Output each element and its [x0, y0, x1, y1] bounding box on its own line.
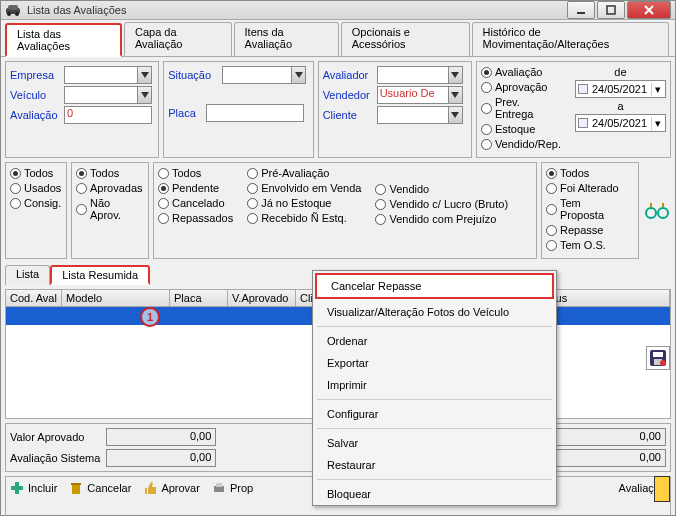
radio-avaliacao[interactable]: Avaliação — [481, 66, 561, 78]
subtab-lista-resumida[interactable]: Lista Resumida — [50, 265, 150, 285]
radio-pendente[interactable]: Pendente — [158, 182, 233, 194]
ctx-salvar[interactable]: Salvar — [313, 432, 556, 454]
minimize-button[interactable] — [567, 1, 595, 19]
window-title: Lista das Avaliações — [27, 4, 567, 16]
col-modelo[interactable]: Modelo — [62, 290, 170, 306]
radio-tem-os[interactable]: Tem O.S. — [546, 239, 626, 251]
svg-point-14 — [646, 208, 656, 218]
radio-estoque[interactable]: Estoque — [481, 123, 561, 135]
radio-envolvido-venda[interactable]: Envolvido em Venda — [247, 182, 361, 194]
ctx-exportar[interactable]: Exportar — [313, 352, 556, 374]
btn-prop[interactable]: Prop — [212, 481, 253, 495]
panel-filtro-pessoas: Avaliador Vendedor Usuario De Cliente — [318, 61, 472, 158]
svg-point-1 — [7, 12, 11, 16]
svg-point-15 — [658, 208, 668, 218]
radio-prev-entrega[interactable]: Prev. Entrega — [481, 96, 561, 120]
combo-empresa[interactable] — [64, 66, 152, 84]
radio-tem-proposta[interactable]: Tem Proposta — [546, 197, 626, 221]
svg-rect-3 — [8, 5, 18, 10]
binoculars-icon[interactable] — [645, 203, 669, 219]
radio-foi-alterado[interactable]: Foi Alterado — [546, 182, 626, 194]
radio-aprovadas[interactable]: Aprovadas — [76, 182, 136, 194]
main-tabs: Lista das Avaliações Capa da Avaliação I… — [1, 20, 675, 57]
svg-rect-20 — [72, 485, 80, 494]
svg-rect-21 — [71, 483, 81, 485]
trash-icon — [69, 481, 83, 495]
radio-todos-4[interactable]: Todos — [546, 167, 626, 179]
radio-pre-avaliacao[interactable]: Pré-Avaliação — [247, 167, 361, 179]
radio-todos-1[interactable]: Todos — [10, 167, 54, 179]
svg-marker-13 — [451, 112, 459, 118]
svg-rect-5 — [607, 6, 615, 14]
radio-todos-2[interactable]: Todos — [76, 167, 136, 179]
save-icon[interactable] — [646, 346, 670, 370]
combo-veiculo[interactable] — [64, 86, 152, 104]
radio-vendido-lucro[interactable]: Vendido c/ Lucro (Bruto) — [375, 198, 508, 210]
tab-capa-avaliacao[interactable]: Capa da Avaliação — [124, 22, 232, 56]
radio-cancelado[interactable]: Cancelado — [158, 197, 233, 209]
panel-grupo-status: Todos Pendente Cancelado Repassados Pré-… — [153, 162, 537, 259]
lbl-avaliador: Avaliador — [323, 69, 375, 81]
input-avaliacao[interactable]: 0 — [64, 106, 152, 124]
radio-usados[interactable]: Usados — [10, 182, 54, 194]
date-to[interactable]: 24/05/2021▾ — [575, 114, 666, 132]
combo-avaliador[interactable] — [377, 66, 463, 84]
btn-aprovar[interactable]: Aprovar — [143, 481, 200, 495]
tab-opcionais[interactable]: Opcionais e Acessórios — [341, 22, 470, 56]
subtab-lista[interactable]: Lista — [5, 265, 50, 285]
ctx-sep — [317, 326, 552, 327]
radio-nao-aprov[interactable]: Não Aprov. — [76, 197, 136, 221]
radio-aprovacao[interactable]: Aprovação — [481, 81, 561, 93]
input-placa[interactable] — [206, 104, 304, 122]
ctx-imprimir[interactable]: Imprimir — [313, 374, 556, 396]
svg-rect-23 — [216, 483, 222, 487]
date-from[interactable]: 24/05/2021▾ — [575, 80, 666, 98]
radio-vendido-rep[interactable]: Vendido/Rep. — [481, 138, 561, 150]
combo-situacao[interactable] — [222, 66, 306, 84]
maximize-button[interactable] — [597, 1, 625, 19]
thumb-up-icon — [143, 481, 157, 495]
radio-recebido-n-estq[interactable]: Recebido Ñ Estq. — [247, 212, 361, 224]
tab-lista-avaliacoes[interactable]: Lista das Avaliações — [5, 23, 122, 57]
lbl-avaliacao: Avaliação — [10, 109, 62, 121]
radio-repasse[interactable]: Repasse — [546, 224, 626, 236]
svg-point-2 — [15, 12, 19, 16]
lbl-situacao: Situação — [168, 69, 220, 81]
lbl-vendedor: Vendedor — [323, 89, 375, 101]
app-icon — [5, 2, 21, 18]
panel-grupo-aprov: Todos Aprovadas Não Aprov. — [71, 162, 149, 259]
panel-grupo-tipo: Todos Usados Consig. — [5, 162, 67, 259]
svg-marker-12 — [451, 92, 459, 98]
radio-repassados[interactable]: Repassados — [158, 212, 233, 224]
btn-incluir[interactable]: Incluir — [10, 481, 57, 495]
radio-todos-3[interactable]: Todos — [158, 167, 233, 179]
svg-rect-30 — [653, 352, 663, 357]
titlebar: Lista das Avaliações — [1, 1, 675, 20]
lbl-veiculo: Veículo — [10, 89, 62, 101]
combo-cliente[interactable] — [377, 106, 463, 124]
exit-icon[interactable] — [654, 476, 670, 502]
radio-vendido-prejuizo[interactable]: Vendido com Prejuízo — [375, 213, 508, 225]
ctx-sep — [317, 428, 552, 429]
ctx-sep — [317, 399, 552, 400]
col-vaprovado[interactable]: V.Aprovado — [228, 290, 296, 306]
ctx-visualizar-fotos[interactable]: Visualizar/Alteração Fotos do Veículo — [313, 301, 556, 323]
col-cod-aval[interactable]: Cod. Aval — [6, 290, 62, 306]
ctx-ordenar[interactable]: Ordenar — [313, 330, 556, 352]
combo-vendedor[interactable]: Usuario De — [377, 86, 463, 104]
btn-cancelar[interactable]: Cancelar — [69, 481, 131, 495]
svg-rect-19 — [11, 486, 23, 490]
ctx-bloquear[interactable]: Bloquear — [313, 483, 556, 505]
radio-ja-estoque[interactable]: Já no Estoque — [247, 197, 361, 209]
ctx-restaurar[interactable]: Restaurar — [313, 454, 556, 476]
close-button[interactable] — [627, 1, 671, 19]
radio-vendido[interactable]: Vendido — [375, 183, 508, 195]
col-placa[interactable]: Placa — [170, 290, 228, 306]
tab-historico[interactable]: Histórico de Movimentação/Alterações — [472, 22, 669, 56]
ctx-configurar[interactable]: Configurar — [313, 403, 556, 425]
lbl-cliente: Cliente — [323, 109, 375, 121]
svg-marker-9 — [141, 92, 149, 98]
ctx-cancelar-repasse[interactable]: Cancelar Repasse — [315, 273, 554, 299]
tab-itens-avaliacao[interactable]: Itens da Avaliação — [234, 22, 339, 56]
radio-consig[interactable]: Consig. — [10, 197, 54, 209]
